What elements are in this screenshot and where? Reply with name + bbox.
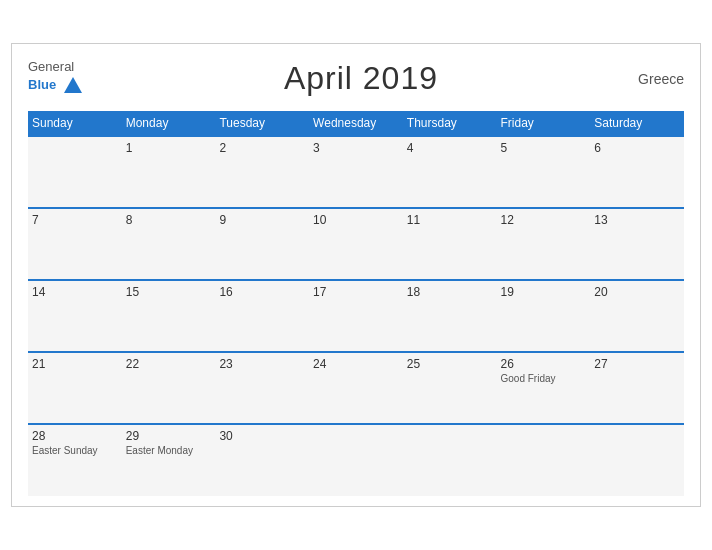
day-number: 25 (407, 357, 493, 371)
day-header-friday: Friday (497, 111, 591, 136)
day-number: 7 (32, 213, 118, 227)
calendar-cell: 1 (122, 136, 216, 208)
logo: General Blue (28, 60, 84, 96)
calendar-cell: 27 (590, 352, 684, 424)
day-header-thursday: Thursday (403, 111, 497, 136)
logo-text: General Blue (28, 60, 84, 96)
logo-blue-text: Blue (28, 75, 84, 97)
day-number: 22 (126, 357, 212, 371)
month-title: April 2019 (284, 60, 438, 97)
calendar-cell: 17 (309, 280, 403, 352)
calendar-cell (28, 136, 122, 208)
calendar-table: SundayMondayTuesdayWednesdayThursdayFrid… (28, 111, 684, 496)
holiday-name: Good Friday (501, 373, 587, 384)
day-number: 21 (32, 357, 118, 371)
calendar-cell: 5 (497, 136, 591, 208)
day-header-tuesday: Tuesday (215, 111, 309, 136)
day-number: 24 (313, 357, 399, 371)
calendar-cell: 16 (215, 280, 309, 352)
day-number: 5 (501, 141, 587, 155)
calendar-container: General Blue April 2019 Greece SundayMon… (11, 43, 701, 507)
week-row-5: 28Easter Sunday29Easter Monday30 (28, 424, 684, 496)
holiday-name: Easter Monday (126, 445, 212, 456)
calendar-cell: 24 (309, 352, 403, 424)
calendar-cell (309, 424, 403, 496)
week-row-3: 14151617181920 (28, 280, 684, 352)
logo-general-text: General (28, 60, 84, 74)
day-number: 20 (594, 285, 680, 299)
day-header-row: SundayMondayTuesdayWednesdayThursdayFrid… (28, 111, 684, 136)
week-row-2: 78910111213 (28, 208, 684, 280)
calendar-cell: 30 (215, 424, 309, 496)
calendar-cell (403, 424, 497, 496)
calendar-cell: 7 (28, 208, 122, 280)
calendar-cell: 12 (497, 208, 591, 280)
calendar-cell: 29Easter Monday (122, 424, 216, 496)
calendar-cell: 11 (403, 208, 497, 280)
day-number: 1 (126, 141, 212, 155)
day-number: 16 (219, 285, 305, 299)
calendar-cell: 15 (122, 280, 216, 352)
calendar-cell: 4 (403, 136, 497, 208)
calendar-cell: 26Good Friday (497, 352, 591, 424)
day-number: 28 (32, 429, 118, 443)
day-number: 18 (407, 285, 493, 299)
calendar-cell: 9 (215, 208, 309, 280)
calendar-header: General Blue April 2019 Greece (28, 60, 684, 97)
calendar-cell (497, 424, 591, 496)
day-number: 2 (219, 141, 305, 155)
week-row-1: 123456 (28, 136, 684, 208)
day-number: 6 (594, 141, 680, 155)
day-number: 11 (407, 213, 493, 227)
calendar-cell: 25 (403, 352, 497, 424)
day-number: 10 (313, 213, 399, 227)
week-row-4: 212223242526Good Friday27 (28, 352, 684, 424)
day-header-saturday: Saturday (590, 111, 684, 136)
day-number: 19 (501, 285, 587, 299)
calendar-cell: 23 (215, 352, 309, 424)
day-number: 15 (126, 285, 212, 299)
calendar-cell: 13 (590, 208, 684, 280)
calendar-cell: 8 (122, 208, 216, 280)
calendar-cell: 20 (590, 280, 684, 352)
calendar-cell: 3 (309, 136, 403, 208)
day-number: 8 (126, 213, 212, 227)
day-header-wednesday: Wednesday (309, 111, 403, 136)
calendar-cell: 19 (497, 280, 591, 352)
calendar-cell: 10 (309, 208, 403, 280)
calendar-cell: 6 (590, 136, 684, 208)
day-number: 9 (219, 213, 305, 227)
holiday-name: Easter Sunday (32, 445, 118, 456)
calendar-cell: 28Easter Sunday (28, 424, 122, 496)
calendar-cell: 2 (215, 136, 309, 208)
svg-marker-0 (64, 77, 82, 93)
day-number: 14 (32, 285, 118, 299)
day-header-monday: Monday (122, 111, 216, 136)
day-number: 26 (501, 357, 587, 371)
calendar-cell (590, 424, 684, 496)
day-number: 27 (594, 357, 680, 371)
day-number: 3 (313, 141, 399, 155)
day-number: 17 (313, 285, 399, 299)
day-number: 29 (126, 429, 212, 443)
calendar-cell: 22 (122, 352, 216, 424)
calendar-cell: 21 (28, 352, 122, 424)
day-number: 4 (407, 141, 493, 155)
day-header-sunday: Sunday (28, 111, 122, 136)
calendar-cell: 18 (403, 280, 497, 352)
day-number: 23 (219, 357, 305, 371)
country-label: Greece (638, 71, 684, 87)
calendar-cell: 14 (28, 280, 122, 352)
day-number: 30 (219, 429, 305, 443)
day-number: 13 (594, 213, 680, 227)
day-number: 12 (501, 213, 587, 227)
